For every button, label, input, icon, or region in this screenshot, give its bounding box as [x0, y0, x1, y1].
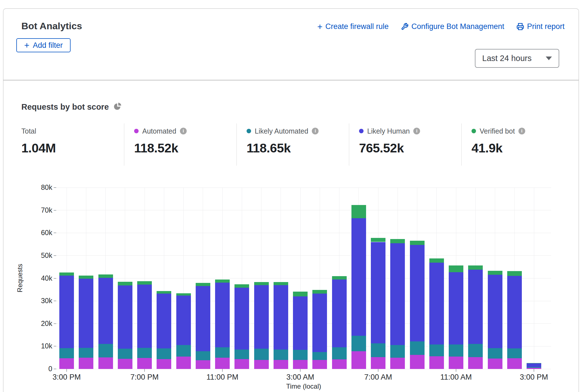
create-firewall-rule-link[interactable]: + Create firewall rule — [317, 22, 389, 31]
time-range-select[interactable]: Last 24 hours — [475, 49, 559, 68]
stat-automated[interactable]: Automated i 118.52k — [124, 123, 236, 166]
printer-icon — [516, 23, 524, 30]
section-title: Requests by bot score — [21, 102, 109, 112]
section-title-row: Requests by bot score — [21, 102, 122, 112]
configure-bot-management-link[interactable]: Configure Bot Management — [401, 22, 504, 31]
info-icon[interactable]: i — [180, 128, 187, 134]
stat-likely-human-value: 765.52k — [359, 141, 461, 156]
analytics-card: Bot Analytics + Create firewall rule Con… — [3, 8, 579, 392]
stat-verified-bot-value: 41.9k — [472, 141, 574, 156]
stat-verified-bot-label: Verified bot — [480, 127, 515, 135]
stat-automated-label: Automated — [142, 127, 176, 135]
header-divider — [3, 80, 579, 80]
pie-chart-icon — [113, 102, 122, 112]
stat-likely-human[interactable]: Likely Human i 765.52k — [349, 123, 461, 166]
chevron-down-icon — [546, 57, 552, 60]
info-icon[interactable]: i — [312, 128, 319, 134]
plus-icon: + — [317, 23, 322, 30]
automated-legend-dot — [134, 129, 139, 133]
stat-total: Total 1.04M — [21, 123, 124, 166]
verified-bot-legend-dot — [472, 129, 476, 133]
print-report-link[interactable]: Print report — [516, 22, 565, 31]
stat-total-value: 1.04M — [21, 141, 124, 156]
page-title: Bot Analytics — [21, 21, 82, 31]
plus-icon: + — [24, 42, 30, 49]
stats-row: Total 1.04M Automated i 118.52k Likely A… — [21, 123, 576, 166]
time-range-value: Last 24 hours — [482, 54, 532, 63]
add-filter-button[interactable]: + Add filter — [16, 38, 71, 52]
header-actions: + Create firewall rule Configure Bot Man… — [317, 22, 565, 31]
print-report-label: Print report — [527, 22, 565, 31]
info-icon[interactable]: i — [413, 128, 420, 134]
stat-likely-human-label: Likely Human — [367, 127, 410, 135]
configure-bot-management-label: Configure Bot Management — [411, 22, 504, 31]
stat-likely-automated-label: Likely Automated — [255, 127, 308, 135]
info-icon[interactable]: i — [518, 128, 525, 134]
stat-likely-automated-value: 118.65k — [247, 141, 349, 156]
likely-human-legend-dot — [359, 129, 364, 133]
likely-automated-legend-dot — [247, 129, 251, 133]
wrench-icon — [401, 23, 409, 30]
create-firewall-rule-label: Create firewall rule — [325, 22, 389, 31]
bot-analytics-page: Bot Analytics + Create firewall rule Con… — [0, 0, 582, 392]
add-filter-label: Add filter — [33, 41, 63, 50]
stat-automated-value: 118.52k — [134, 141, 236, 156]
stat-likely-automated[interactable]: Likely Automated i 118.65k — [236, 123, 349, 166]
stat-total-label: Total — [21, 127, 36, 135]
stat-verified-bot[interactable]: Verified bot i 41.9k — [461, 123, 574, 166]
